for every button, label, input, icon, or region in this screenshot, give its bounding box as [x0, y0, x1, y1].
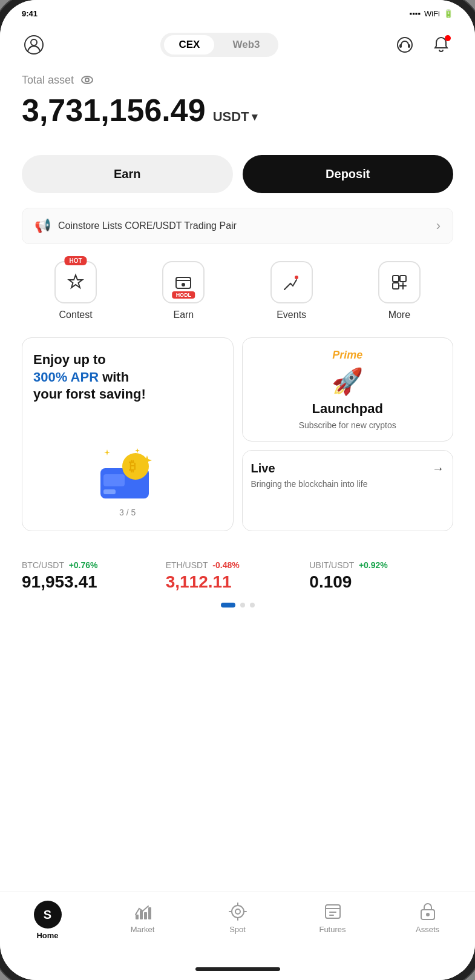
- quick-action-earn[interactable]: HODL Earn: [162, 261, 205, 320]
- more-label: More: [388, 310, 410, 320]
- live-arrow-icon: →: [432, 462, 444, 475]
- main-content: Total asset 3,731,156.49 USDT ▾ Earn Dep…: [0, 67, 475, 892]
- quick-action-events[interactable]: Events: [270, 261, 313, 320]
- futures-nav-label: Futures: [319, 925, 346, 934]
- price-ticker: BTC/USDT +0.76% 91,953.41 ETH/USDT -0.48…: [22, 548, 453, 598]
- banner-grid: Enjoy up to 300% APR with your forst sav…: [22, 337, 453, 531]
- quick-actions: HOT Contest HODL Earn: [22, 261, 453, 320]
- live-desc: Bringing the blockchain into life: [251, 479, 445, 489]
- svg-point-6: [85, 78, 89, 82]
- svg-point-22: [232, 906, 244, 918]
- svg-rect-12: [393, 283, 399, 289]
- eye-icon[interactable]: [80, 73, 94, 87]
- live-header: Live →: [251, 462, 445, 475]
- svg-rect-20: [144, 912, 147, 919]
- svg-point-5: [82, 76, 93, 84]
- tab-cex[interactable]: CEX: [164, 35, 214, 55]
- svg-point-23: [235, 909, 240, 914]
- svg-rect-19: [140, 910, 143, 919]
- total-asset-section: Total asset 3,731,156.49 USDT ▾: [22, 67, 453, 141]
- btc-price: 91,953.41: [22, 572, 166, 592]
- svg-rect-14: [103, 474, 125, 486]
- slide-indicator: 3 / 5: [119, 508, 136, 517]
- profile-icon[interactable]: [22, 33, 46, 57]
- saving-banner-bottom: ₿ 3 / 5: [33, 447, 222, 517]
- svg-point-1: [31, 39, 37, 45]
- total-asset-label: Total asset: [22, 73, 453, 87]
- svg-rect-4: [408, 44, 410, 48]
- svg-rect-10: [393, 276, 399, 282]
- contest-label: Contest: [59, 310, 93, 320]
- launchpad-title: Launchpad: [312, 401, 383, 417]
- ticker-ubit[interactable]: UBIT/USDT +0.92% 0.109: [309, 560, 453, 592]
- announcement-arrow: ›: [436, 218, 441, 234]
- prime-label: Prime: [332, 349, 362, 362]
- nav-market[interactable]: Market: [95, 901, 190, 940]
- nav-spot[interactable]: Spot: [190, 901, 285, 940]
- svg-point-26: [426, 913, 430, 916]
- saving-banner[interactable]: Enjoy up to 300% APR with your forst sav…: [22, 337, 234, 531]
- assets-nav-label: Assets: [416, 925, 439, 934]
- ticker-dots: [22, 598, 453, 612]
- live-title: Live: [251, 462, 275, 475]
- launchpad-desc: Subscribe for new cryptos: [299, 420, 396, 430]
- currency-label[interactable]: USDT ▾: [213, 109, 257, 125]
- dot-3: [250, 603, 255, 608]
- rocket-icon: 🚀: [332, 366, 363, 396]
- live-banner[interactable]: Live → Bringing the blockchain into life: [242, 450, 454, 531]
- launchpad-banner[interactable]: Prime 🚀 Launchpad Subscribe for new cryp…: [242, 337, 454, 442]
- home-icon: S: [34, 901, 62, 929]
- events-icon-box: [270, 261, 313, 303]
- bitcoin-wallet-illustration: ₿: [94, 447, 161, 502]
- megaphone-icon: 📢: [34, 218, 51, 234]
- hot-badge: HOT: [65, 256, 87, 265]
- nav-assets[interactable]: Assets: [380, 901, 475, 940]
- right-banners: Prime 🚀 Launchpad Subscribe for new cryp…: [242, 337, 454, 531]
- svg-rect-18: [136, 915, 139, 919]
- earn-button[interactable]: Earn: [22, 155, 233, 193]
- svg-rect-3: [399, 44, 402, 48]
- status-bar: 9:41 ▪▪▪▪ WiFi 🔋: [0, 0, 475, 27]
- top-navigation: CEX Web3: [0, 27, 475, 67]
- more-icon-box: [378, 261, 421, 303]
- assets-icon: [417, 901, 439, 922]
- futures-icon: [322, 901, 344, 922]
- spot-icon: [227, 901, 249, 922]
- market-nav-label: Market: [131, 925, 155, 934]
- svg-rect-11: [400, 276, 406, 282]
- nav-home[interactable]: S Home: [0, 901, 95, 940]
- saving-banner-text: Enjoy up to 300% APR with your forst sav…: [33, 351, 222, 403]
- dot-2: [240, 603, 245, 608]
- svg-point-8: [182, 283, 185, 286]
- dot-1: [221, 603, 235, 608]
- notification-icon[interactable]: [429, 33, 453, 57]
- svg-text:₿: ₿: [129, 459, 136, 474]
- nav-icons: [393, 33, 453, 57]
- svg-rect-21: [148, 907, 151, 919]
- svg-point-16: [122, 453, 149, 480]
- quick-action-contest[interactable]: HOT Contest: [54, 261, 97, 320]
- tab-switcher: CEX Web3: [160, 33, 278, 57]
- notification-badge: [445, 35, 451, 41]
- phone-frame: 9:41 ▪▪▪▪ WiFi 🔋 CEX Web3: [0, 0, 475, 980]
- quick-action-more[interactable]: More: [378, 261, 421, 320]
- svg-rect-15: [103, 489, 116, 494]
- ticker-btc[interactable]: BTC/USDT +0.76% 91,953.41: [22, 560, 166, 592]
- deposit-button[interactable]: Deposit: [243, 155, 454, 193]
- home-indicator: [195, 967, 280, 971]
- announcement-bar[interactable]: 📢 Coinstore Lists CORE/USDT Trading Pair…: [22, 208, 453, 244]
- contest-icon-box: HOT: [54, 261, 97, 303]
- bottom-navigation: S Home Market: [0, 892, 475, 958]
- tab-web3[interactable]: Web3: [218, 35, 274, 55]
- ticker-eth[interactable]: ETH/USDT -0.48% 3,112.11: [166, 560, 310, 592]
- eth-price: 3,112.11: [166, 572, 310, 592]
- total-amount: 3,731,156.49 USDT ▾: [22, 92, 453, 128]
- earn-nav-label: Earn: [173, 310, 194, 320]
- action-buttons: Earn Deposit: [22, 155, 453, 193]
- nav-futures[interactable]: Futures: [285, 901, 380, 940]
- support-icon[interactable]: [393, 33, 417, 57]
- announcement-content: 📢 Coinstore Lists CORE/USDT Trading Pair: [34, 218, 237, 234]
- earn-icon-box: HODL: [162, 261, 205, 303]
- home-nav-label: Home: [36, 931, 58, 940]
- ubit-price: 0.109: [309, 572, 453, 592]
